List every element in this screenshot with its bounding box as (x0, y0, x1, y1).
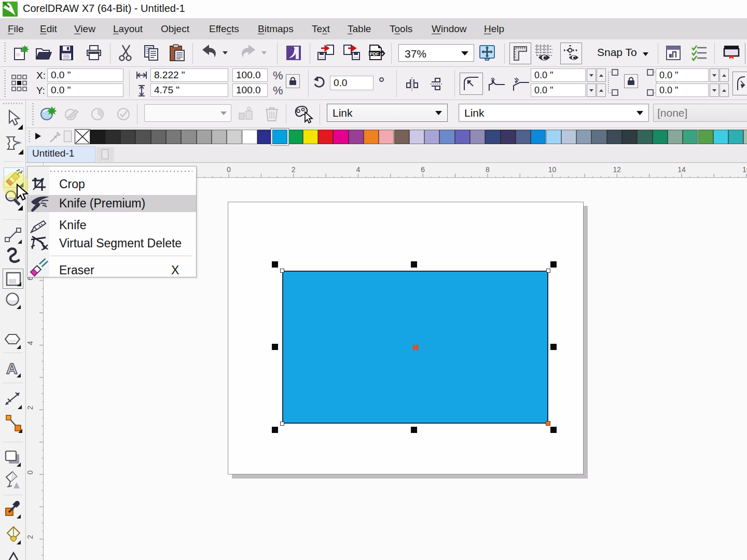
svg-text:14: 14 (677, 165, 686, 174)
svg-text:4: 4 (356, 165, 361, 174)
svg-text:0: 0 (227, 165, 231, 174)
svg-text:2: 2 (26, 535, 34, 539)
svg-text:12: 12 (613, 165, 621, 174)
svg-text:16: 16 (742, 165, 747, 174)
svg-text:10: 10 (548, 165, 557, 174)
svg-text:PDF: PDF (370, 51, 380, 57)
svg-text:2: 2 (292, 165, 296, 174)
svg-text:2: 2 (26, 405, 34, 410)
svg-text:6: 6 (421, 165, 425, 174)
svg-text:4: 4 (26, 341, 34, 345)
svg-text:A: A (6, 360, 18, 377)
svg-text:8: 8 (486, 165, 490, 174)
svg-text:0: 0 (26, 470, 34, 474)
